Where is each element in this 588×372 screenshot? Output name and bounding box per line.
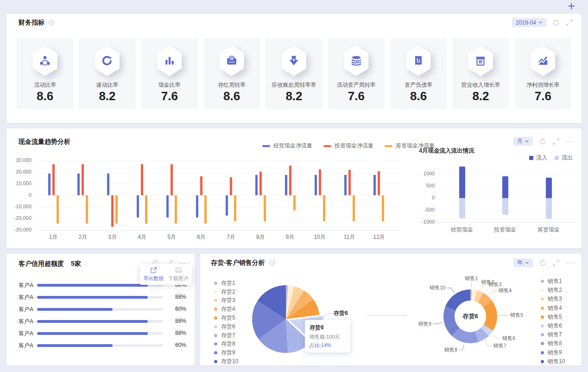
kpi-value: 8.6 — [203, 89, 260, 103]
legend-item[interactable]: 销售3 — [541, 295, 565, 303]
kpi-card[interactable]: 资产负债率8.6 — [390, 38, 447, 109]
donut-label-line — [485, 341, 492, 346]
legend-item[interactable]: 销售2 — [541, 286, 565, 295]
legend-label: 销售3 — [548, 295, 562, 303]
legend-item[interactable]: 销售1 — [541, 277, 565, 286]
legend-item[interactable]: 存货10 — [214, 357, 238, 366]
expand-icon[interactable] — [566, 19, 573, 26]
refresh-icon[interactable] — [539, 138, 546, 145]
legend-label: 销售6 — [548, 322, 562, 330]
kpi-card[interactable]: 净利润增长率7.6 — [515, 38, 571, 109]
coin-stack-icon: ¥ — [350, 54, 363, 67]
kpi-card[interactable]: 流动比率8.6 — [17, 38, 73, 109]
svg-text:¥: ¥ — [293, 58, 296, 62]
legend-label: 存货3 — [221, 296, 235, 304]
legend-label: 销售8 — [548, 340, 562, 347]
period-dropdown[interactable]: 年 — [513, 258, 533, 267]
kpi-icon-wrap — [17, 38, 73, 80]
legend-dot — [541, 360, 544, 363]
legend-dot — [541, 280, 544, 283]
legend-dot — [214, 290, 217, 294]
kpi-icon-wrap — [390, 38, 447, 80]
row-label: 客户A — [19, 306, 37, 314]
kpi-label: 营业收入增长率 — [454, 81, 507, 89]
svg-text:¥: ¥ — [357, 60, 359, 63]
chevron-down-icon — [525, 139, 529, 143]
kpi-icon-wrap: ¥ — [328, 38, 385, 80]
hexagon: ¥ — [342, 45, 370, 76]
bar-fill[interactable] — [37, 320, 148, 323]
refresh-icon[interactable] — [552, 19, 560, 26]
kpi-card[interactable]: 现金比率7.6 — [141, 38, 198, 109]
legend-label: 存货5 — [221, 314, 235, 322]
legend-item[interactable]: 存货4 — [214, 305, 238, 314]
drilldown-connector — [366, 315, 408, 316]
x-axis-label: 筹资现金 — [528, 226, 569, 234]
bar-fill[interactable] — [37, 284, 148, 287]
bar-outflow[interactable] — [502, 198, 508, 215]
hexagon — [156, 45, 183, 76]
legend-item[interactable]: 销售7 — [541, 330, 565, 339]
info-icon[interactable] — [48, 19, 55, 26]
bar-fill[interactable] — [37, 296, 148, 299]
download-image-menu-item[interactable]: 下载图片 — [166, 267, 191, 282]
panel-inventory-sales: 存货-客户销售分析 年 存货1存货2存货3存货4存货5存货6存货7存货8存货9存… — [200, 254, 582, 366]
period-dropdown[interactable]: 月 — [513, 137, 533, 146]
legend-item[interactable]: 存货1 — [214, 279, 238, 288]
legend-item[interactable]: 存货6 — [214, 322, 238, 331]
bar-outflow[interactable] — [459, 198, 465, 218]
pie-callout-label: 存货6 — [333, 310, 348, 316]
bar-inflow[interactable] — [546, 178, 552, 198]
more-icon[interactable] — [566, 138, 573, 145]
panel-cashflow-trend: 现金流量趋势分析 月 经营现金净流量投资现金净流量筹资现金净流量 30,0002… — [6, 128, 582, 248]
export-data-menu-item[interactable]: 导出数据 — [141, 267, 166, 282]
hexagon — [529, 45, 557, 76]
kpi-card[interactable]: ¥应收账款周转率率8.2 — [266, 38, 322, 109]
bar-outflow[interactable] — [546, 198, 552, 219]
bar-fill[interactable] — [37, 332, 148, 335]
row-value: 88% — [166, 330, 186, 336]
donut-slice[interactable] — [445, 289, 470, 310]
hexagon — [93, 45, 121, 76]
period-dropdown[interactable]: 2019-04 — [512, 18, 546, 27]
y-axis-tick: 0 — [414, 195, 435, 200]
donut-label: 销售8 — [444, 347, 457, 353]
legend-item[interactable]: 销售5 — [541, 313, 565, 321]
bar-fill[interactable] — [37, 308, 113, 311]
legend-dot — [541, 342, 544, 345]
bar-inflow[interactable] — [459, 167, 465, 198]
legend-item[interactable]: 销售10 — [541, 357, 565, 366]
refresh-icon[interactable] — [539, 259, 546, 267]
legend-item[interactable]: 存货3 — [214, 296, 238, 305]
legend-item[interactable]: 销售9 — [541, 348, 565, 357]
donut-label: 销售3 — [488, 282, 501, 287]
expand-icon[interactable] — [552, 259, 560, 267]
legend-item[interactable]: 存货2 — [214, 288, 238, 296]
add-widget-button[interactable]: + — [568, 0, 575, 13]
hexagon: $ — [467, 45, 494, 76]
legend-item[interactable]: 存货7 — [214, 331, 238, 340]
bar-inflow[interactable] — [502, 176, 508, 198]
kpi-icon-wrap: $ — [452, 38, 509, 80]
export-icon — [150, 267, 157, 274]
yuan-down-arrow-icon: ¥ — [287, 54, 300, 67]
bar-fill[interactable] — [37, 344, 113, 347]
legend-item[interactable]: 存货5 — [214, 314, 238, 322]
kpi-card[interactable]: $存红周转率8.6 — [203, 38, 260, 109]
legend-item[interactable]: 存货8 — [214, 340, 238, 349]
ring-sync-icon — [101, 54, 114, 67]
kpi-card[interactable]: ¥流动资产周转率7.6 — [328, 38, 385, 109]
more-icon[interactable] — [566, 259, 573, 267]
kpi-card[interactable]: $营业收入增长率8.2 — [452, 38, 509, 109]
kpi-card[interactable]: 速动比率8.2 — [79, 38, 135, 109]
legend-item[interactable]: 存货9 — [214, 348, 238, 357]
legend-item[interactable]: 销售8 — [541, 339, 565, 348]
period-value: 2019-04 — [516, 19, 536, 26]
expand-icon[interactable] — [552, 138, 560, 145]
legend-item[interactable]: 销售4 — [541, 304, 565, 313]
kpi-icon-wrap — [141, 38, 198, 80]
kpi-label: 速动比率 — [81, 81, 133, 89]
legend-item[interactable]: 销售6 — [541, 321, 565, 330]
info-icon[interactable] — [269, 260, 275, 266]
inflow-outflow-chart: 10005000-500-1000经营现金投资现金筹资现金 — [6, 128, 582, 248]
